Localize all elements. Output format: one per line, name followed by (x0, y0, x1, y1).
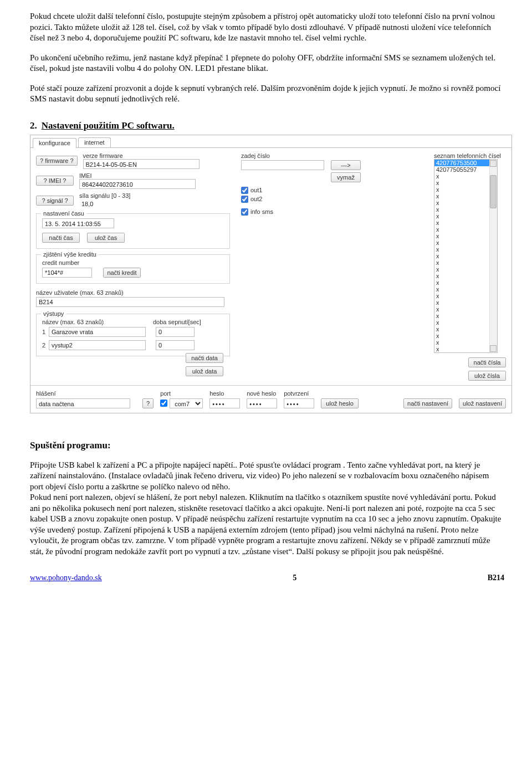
confirm-field[interactable] (284, 398, 314, 408)
imei-label: IMEI (79, 172, 230, 179)
time-legend: nastavení času (41, 210, 86, 217)
delete-number-button[interactable]: vymaž (331, 172, 361, 182)
credit-box: zjištění výše kreditu credit number načt… (36, 254, 230, 284)
pw-field[interactable] (209, 398, 240, 408)
scroll-thumb[interactable] (490, 175, 497, 208)
list-item[interactable]: x (434, 286, 497, 293)
pw-label: heslo (209, 390, 240, 397)
out2-name-input[interactable] (49, 340, 146, 350)
fw-label: verze firmware (83, 152, 230, 159)
tabs-bar: konfigurace internet (30, 135, 511, 148)
save-data-button[interactable]: ulož data (186, 366, 223, 376)
list-item[interactable]: x (434, 279, 497, 286)
scrollbar[interactable] (489, 160, 497, 352)
out1-dur-input[interactable] (156, 327, 195, 337)
signal-label: síla signálu [0 - 33] (79, 192, 230, 199)
save-password-button[interactable]: ulož heslo (321, 398, 359, 408)
list-item[interactable]: x (434, 219, 497, 226)
out-dur-header: doba sepnutí[sec] (153, 319, 201, 325)
infosms-checkbox[interactable]: info sms (241, 208, 431, 216)
list-item[interactable]: x (434, 313, 497, 319)
imei-value: 864244020273610 (79, 179, 196, 189)
section-number: 2. (30, 120, 37, 131)
list-item[interactable]: x (434, 259, 497, 266)
credit-number-input[interactable] (42, 268, 92, 278)
list-item[interactable]: x (434, 346, 497, 352)
list-item[interactable]: x (434, 332, 497, 339)
phone-input[interactable] (241, 160, 324, 170)
scroll-up-button[interactable] (490, 160, 497, 167)
port-select[interactable]: com7 (170, 398, 203, 408)
tab-konfigurace[interactable]: konfigurace (33, 138, 76, 148)
section-title: Nastavení použitím PC softwaru. (42, 120, 175, 131)
credit-number-label: credit number (42, 259, 224, 266)
list-item[interactable]: x (434, 306, 497, 313)
para-1: Pokud chcete uložit další telefonní čísl… (30, 11, 504, 44)
newpw-field[interactable] (247, 398, 277, 408)
out1-name-input[interactable] (49, 327, 146, 337)
add-number-button[interactable]: ---> (331, 160, 361, 170)
footer-link[interactable]: www.pohony-dando.sk (30, 574, 102, 582)
list-item[interactable]: x (434, 173, 497, 180)
list-item[interactable]: x (434, 206, 497, 213)
out2-checkbox[interactable]: out2 (241, 196, 431, 203)
list-item[interactable]: x (434, 299, 497, 306)
infosms-chk-label: info sms (250, 208, 273, 215)
list-item[interactable]: x (434, 266, 497, 273)
list-item[interactable]: x (434, 319, 497, 326)
time-settings-box: nastavení času 13. 5. 2014 11:03:55 načt… (36, 213, 230, 249)
list-item[interactable]: 420775055297 (434, 166, 497, 173)
list-item[interactable]: x (434, 180, 497, 186)
scroll-down-button[interactable] (490, 345, 497, 352)
port-label: port (160, 390, 203, 397)
para-2: Po ukončení učebního režimu, jenž nastan… (30, 53, 504, 74)
page-footer: www.pohony-dando.sk 5 B214 (30, 574, 504, 582)
list-item[interactable]: x (434, 193, 497, 199)
list-item[interactable]: x (434, 213, 497, 219)
left-column: ? firmware ? verze firmware B214-14-05-0… (30, 148, 236, 385)
footer-code: B214 (488, 574, 504, 582)
imei-button[interactable]: ? IMEI ? (36, 176, 74, 186)
run-body: Připojte USB kabel k zařízení a PC a při… (30, 460, 504, 557)
read-credit-button[interactable]: načti kredit (103, 268, 141, 278)
status-label: hlášení (36, 390, 130, 397)
tab-internet[interactable]: internet (78, 137, 111, 147)
newpw-label: nové heslo (247, 390, 277, 397)
list-item[interactable]: x (434, 239, 497, 246)
firmware-button[interactable]: ? firmware ? (36, 156, 78, 166)
save-time-button[interactable]: ulož čas (87, 233, 125, 243)
read-numbers-button[interactable]: načti čísla (468, 357, 506, 367)
phone-listbox[interactable]: 420776753500420775055297xxxxxxxxxxxxxxxx… (434, 159, 498, 353)
out2-dur-input[interactable] (156, 340, 195, 350)
time-value: 13. 5. 2014 11:03:55 (42, 218, 114, 228)
read-time-button[interactable]: načti čas (42, 233, 80, 243)
list-item[interactable]: x (434, 186, 497, 193)
port-query-button[interactable]: ? (142, 398, 154, 408)
fw-value: B214-14-05-05-EN (83, 159, 200, 169)
save-settings-button[interactable]: ulož nastavení (459, 398, 506, 408)
outputs-box: výstupy název (max. 63 znaků) doba sepnu… (36, 314, 230, 356)
list-item[interactable]: x (434, 293, 497, 299)
list-item[interactable]: x (434, 226, 497, 233)
list-item[interactable]: 420776753500 (434, 160, 497, 166)
footer-bar: hlášení data načtena ? port com7 heslo n… (30, 385, 511, 413)
list-item[interactable]: x (434, 233, 497, 239)
credit-legend: zjištění výše kreditu (41, 251, 99, 258)
footer-page-number: 5 (293, 574, 296, 582)
out2-chk-label: out2 (250, 196, 262, 202)
list-item[interactable]: x (434, 273, 497, 279)
list-item[interactable]: x (434, 246, 497, 253)
list-item[interactable]: x (434, 199, 497, 206)
right-column: zadej číslo ---> vymaž out1 out2 info sm… (236, 148, 511, 385)
signal-button[interactable]: ? signál ? (36, 196, 74, 206)
list-item[interactable]: x (434, 326, 497, 332)
save-numbers-button[interactable]: ulož čísla (468, 371, 506, 381)
read-data-button[interactable]: načti data (186, 353, 223, 363)
port-checkbox[interactable] (160, 400, 167, 407)
list-item[interactable]: x (434, 339, 497, 346)
list-item[interactable]: x (434, 253, 497, 259)
username-input[interactable] (36, 297, 224, 307)
out1-checkbox[interactable]: out1 (241, 187, 431, 194)
read-settings-button[interactable]: načti nastavení (403, 398, 452, 408)
out2-index: 2 (42, 342, 49, 349)
